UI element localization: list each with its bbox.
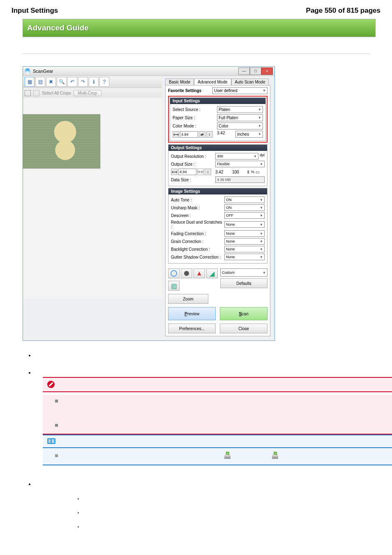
toolbar: ▦ ▤ ✖ 🔍 ↶ ↷ ℹ ? bbox=[23, 76, 162, 88]
imgset-select[interactable]: ON▼ bbox=[224, 204, 265, 211]
paper-orient-icon bbox=[224, 453, 231, 459]
list-item bbox=[83, 524, 392, 529]
pct-spinner[interactable]: ⇕ bbox=[247, 170, 250, 174]
outputsize-select[interactable]: Flexible▼ bbox=[215, 161, 265, 167]
unit-select[interactable]: inches▼ bbox=[235, 131, 263, 138]
scangear-window: ScanGear — □ × ▦ ▤ ✖ 🔍 ↶ ↷ ℹ ? Select Al… bbox=[23, 66, 275, 341]
svg-rect-3 bbox=[48, 439, 51, 440]
scangear-icon bbox=[25, 68, 30, 74]
out-height[interactable]: 3.42 bbox=[215, 170, 231, 174]
input-width[interactable]: 4.94 bbox=[180, 131, 198, 138]
tab-basic[interactable]: Basic Mode bbox=[165, 79, 194, 85]
paper-orient-icon bbox=[272, 453, 278, 459]
thumbnail-view-icon[interactable]: ▦ bbox=[25, 77, 35, 87]
window-maximize[interactable]: □ bbox=[250, 67, 261, 75]
svg-rect-8 bbox=[52, 442, 54, 443]
svg-rect-4 bbox=[48, 441, 51, 442]
imgset-label: Fading Correction : bbox=[171, 231, 224, 236]
list-item bbox=[83, 510, 392, 515]
out-height-icon: ↕ bbox=[205, 169, 211, 175]
preview-image bbox=[48, 118, 83, 164]
window-minimize[interactable]: — bbox=[238, 67, 250, 75]
list-item bbox=[35, 352, 392, 358]
rotate-left-icon[interactable]: ↶ bbox=[67, 77, 77, 87]
resolution-label: Output Resolution : bbox=[171, 154, 215, 159]
tab-auto[interactable]: Auto Scan Mode bbox=[231, 79, 269, 85]
svg-rect-6 bbox=[52, 439, 54, 440]
defaults-button[interactable]: Defaults bbox=[220, 278, 267, 288]
bullet-icon bbox=[55, 454, 58, 457]
histogram-icon[interactable]: ▲ bbox=[194, 268, 205, 278]
rotate-right-icon[interactable]: ↷ bbox=[78, 77, 88, 87]
orient-icon[interactable]: ▭ bbox=[256, 170, 259, 174]
input-settings-highlight: Input Settings Select Source :Platen▼ Pa… bbox=[168, 96, 267, 143]
brightness-icon[interactable] bbox=[181, 268, 192, 278]
zoom-icon[interactable]: 🔍 bbox=[57, 77, 67, 87]
crop-icon bbox=[25, 90, 31, 96]
datasize-value: 4.36 MB bbox=[215, 176, 265, 183]
imgset-label: Auto Tone : bbox=[171, 198, 224, 202]
page-number: Page 550 of 815 pages bbox=[306, 7, 380, 15]
help-icon[interactable]: ? bbox=[99, 77, 109, 87]
note-bar bbox=[43, 435, 392, 448]
select-all-crops[interactable]: Select All Crops bbox=[42, 91, 71, 95]
imgset-label: Gutter Shadow Correction : bbox=[171, 255, 224, 259]
datasize-label: Data Size : bbox=[171, 178, 215, 182]
list-item bbox=[35, 370, 392, 469]
outputsize-label: Output Size : bbox=[171, 162, 215, 166]
preview-button[interactable]: PPreview bbox=[168, 307, 216, 320]
close-button[interactable]: Close bbox=[220, 324, 267, 333]
imgset-label: Descreen : bbox=[171, 213, 224, 218]
dpi-label: dpi bbox=[260, 153, 265, 160]
out-width-icon: ⟷ bbox=[171, 169, 178, 175]
tonecurve-icon[interactable]: ◢ bbox=[206, 268, 218, 278]
source-select[interactable]: Platen▼ bbox=[217, 106, 263, 113]
image-settings-head: Image Settings bbox=[168, 188, 267, 194]
lock-icon[interactable]: ⊃⊂ bbox=[197, 169, 204, 175]
window-close[interactable]: × bbox=[261, 67, 273, 75]
imgset-select[interactable]: OFF▼ bbox=[224, 212, 265, 219]
paper-label: Paper Size : bbox=[173, 116, 217, 120]
window-titlebar: ScanGear — □ × bbox=[23, 67, 274, 76]
final-review-icon[interactable]: ▨ bbox=[168, 281, 180, 291]
tab-advanced[interactable]: Advanced Mode bbox=[194, 79, 231, 85]
imgset-label: Backlight Correction : bbox=[171, 247, 224, 252]
swap-icon[interactable]: ⇄ bbox=[199, 131, 205, 138]
divider bbox=[23, 53, 369, 54]
imgset-select[interactable]: None▼ bbox=[224, 254, 265, 260]
list-item bbox=[83, 496, 392, 501]
info-icon[interactable]: ℹ bbox=[89, 77, 99, 87]
source-label: Select Source : bbox=[173, 107, 217, 112]
preferences-button[interactable]: Preferences... bbox=[168, 324, 216, 333]
imgset-select[interactable]: None▼ bbox=[224, 230, 265, 237]
out-width[interactable]: 4.94 bbox=[178, 169, 196, 175]
out-percent[interactable]: 100 bbox=[232, 170, 245, 174]
zoom-button[interactable]: Zoom bbox=[168, 294, 208, 304]
multi-crop-button[interactable]: Multi-Crop bbox=[74, 90, 101, 96]
imgset-select[interactable]: None▼ bbox=[224, 221, 265, 228]
scan-button[interactable]: SScan bbox=[220, 307, 267, 320]
whole-view-icon[interactable]: ▤ bbox=[35, 77, 45, 87]
resolution-select[interactable]: 300▼ bbox=[215, 153, 258, 160]
clear-icon[interactable]: ✖ bbox=[46, 77, 56, 87]
width-icon: ⟷ bbox=[173, 131, 179, 138]
favorite-label: Favorite Settings bbox=[168, 88, 212, 93]
preview-thumbnail[interactable] bbox=[23, 114, 100, 169]
bullet-icon bbox=[55, 400, 58, 402]
preview-area[interactable] bbox=[23, 98, 162, 298]
input-height[interactable]: 3.42 bbox=[217, 131, 234, 138]
imgset-label: Grain Correction : bbox=[171, 239, 224, 244]
imgset-select[interactable]: ON▼ bbox=[224, 197, 265, 203]
imgset-select[interactable]: None▼ bbox=[224, 246, 265, 252]
imgset-label: Unsharp Mask : bbox=[171, 206, 224, 210]
crop-icon-2 bbox=[33, 90, 39, 96]
paper-select[interactable]: Full Platen▼ bbox=[217, 114, 263, 121]
colormode-label: Color Mode : bbox=[173, 124, 217, 128]
favorite-select[interactable]: User defined▼ bbox=[212, 87, 267, 94]
custom-select[interactable]: Custom▼ bbox=[220, 268, 267, 277]
advanced-guide-banner: Advanced Guide bbox=[23, 19, 376, 37]
colormode-select[interactable]: Color▼ bbox=[217, 123, 263, 130]
imgset-select[interactable]: None▼ bbox=[224, 238, 265, 245]
svg-rect-5 bbox=[48, 442, 51, 443]
saturation-icon[interactable] bbox=[168, 268, 180, 278]
